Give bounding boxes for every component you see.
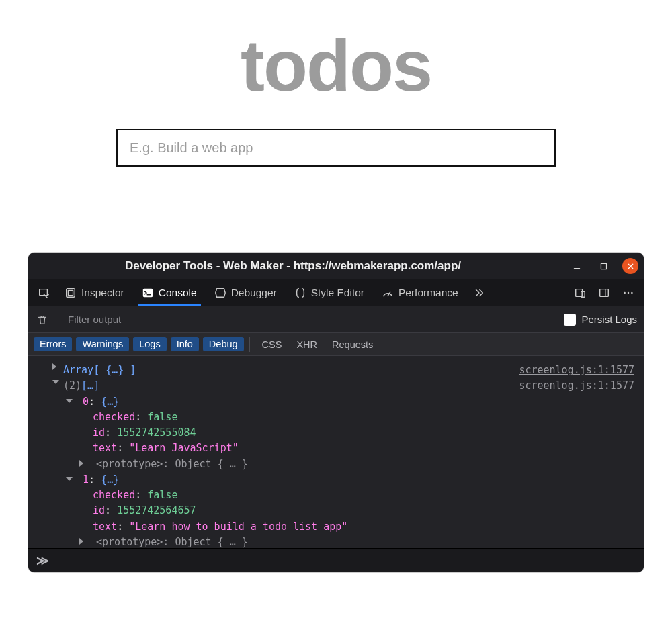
close-button[interactable]: [622, 258, 638, 274]
tab-label: Inspector: [81, 287, 124, 299]
prototype-row[interactable]: <prototype>: Object { … }: [52, 457, 634, 472]
clear-console-button[interactable]: [35, 314, 50, 326]
chip-xhr[interactable]: XHR: [291, 338, 323, 351]
svg-rect-5: [67, 288, 75, 297]
maximize-button[interactable]: [595, 258, 612, 274]
performance-icon: [382, 287, 394, 299]
property-row: checked: false: [52, 410, 634, 425]
property-row: id: 1552742555084: [52, 425, 634, 441]
todo-title: todos: [241, 30, 431, 102]
property-row: id: 1552742564657: [52, 503, 634, 518]
svg-point-15: [624, 291, 626, 294]
filter-input[interactable]: [67, 313, 556, 326]
prop-key: checked: [93, 489, 135, 501]
property-row: text: "Learn how to build a todo list ap…: [52, 519, 634, 535]
index-key: 1: [83, 473, 89, 486]
log-source-link[interactable]: screenlog.js:1:1577: [519, 378, 634, 394]
prop-key: id: [93, 504, 105, 516]
chip-warnings[interactable]: Warnings: [76, 337, 129, 351]
svg-rect-7: [143, 288, 153, 297]
property-row: checked: false: [52, 488, 634, 503]
disclosure-triangle-icon[interactable]: [79, 538, 87, 546]
divider: [58, 312, 58, 328]
property-row: text: "Learn JavaScript": [52, 441, 634, 456]
chip-requests[interactable]: Requests: [327, 338, 378, 351]
prop-value: false: [147, 411, 177, 423]
chevron-double-right-icon: [473, 287, 485, 299]
svg-rect-1: [601, 263, 606, 269]
more-icon: [622, 287, 634, 299]
log-level-bar: Errors Warnings Logs Info Debug CSS XHR …: [28, 333, 644, 356]
prop-key: text: [93, 442, 117, 454]
disclosure-triangle-icon[interactable]: [79, 460, 87, 468]
devtools-window: Developer Tools - Web Maker - https://we…: [28, 253, 644, 572]
tab-debugger[interactable]: Debugger: [206, 279, 285, 306]
console-output: Array [ {…} ] screenlog.js:1:1577 (2) [……: [28, 356, 644, 548]
svg-point-16: [628, 291, 630, 294]
chip-logs[interactable]: Logs: [133, 337, 166, 351]
log-source-link[interactable]: screenlog.js:1:1577: [519, 363, 634, 378]
checkbox-icon: [564, 314, 576, 326]
prototype-label: <prototype>: Object { … }: [96, 458, 248, 470]
inspector-icon: [65, 287, 77, 299]
chip-info[interactable]: Info: [171, 337, 199, 351]
object-entry[interactable]: 1: {…}: [52, 472, 634, 488]
dock-side-button[interactable]: [593, 279, 616, 306]
minimize-button[interactable]: [569, 258, 585, 274]
console-input[interactable]: [55, 554, 636, 568]
element-picker-button[interactable]: [32, 279, 55, 306]
persist-logs-toggle[interactable]: Persist Logs: [564, 314, 637, 326]
console-icon: [142, 287, 154, 299]
index-key: 0: [83, 396, 89, 408]
console-filterbar: Persist Logs: [28, 306, 644, 333]
tab-console[interactable]: Console: [134, 279, 205, 306]
chip-errors[interactable]: Errors: [34, 337, 72, 351]
debugger-icon: [214, 287, 226, 299]
disclosure-triangle-icon[interactable]: [52, 379, 60, 387]
chip-css[interactable]: CSS: [257, 338, 288, 351]
divider: [249, 337, 250, 352]
tab-label: Performance: [398, 287, 458, 299]
svg-point-17: [631, 291, 633, 294]
style-editor-icon: [294, 287, 306, 299]
tab-label: Debugger: [231, 287, 277, 299]
prototype-row[interactable]: <prototype>: Object { … }: [52, 535, 634, 548]
disclosure-triangle-icon[interactable]: [66, 476, 74, 484]
object-entry[interactable]: 0: {…}: [52, 394, 634, 410]
chip-debug[interactable]: Debug: [203, 337, 244, 351]
disclosure-triangle-icon[interactable]: [52, 363, 60, 371]
tab-label: Style Editor: [311, 287, 364, 299]
log-summary-body: [ {…} ]: [93, 363, 136, 378]
tab-performance[interactable]: Performance: [374, 279, 466, 306]
responsive-mode-button[interactable]: [569, 279, 591, 306]
prop-key: checked: [93, 411, 135, 423]
persist-label: Persist Logs: [581, 314, 637, 325]
new-todo-input[interactable]: [116, 129, 556, 167]
log-row[interactable]: (2) […] screenlog.js:1:1577: [52, 378, 634, 394]
dock-side-icon: [598, 287, 610, 299]
svg-rect-6: [68, 290, 73, 295]
prompt-chevron-icon: ≫: [36, 553, 47, 568]
tab-style-editor[interactable]: Style Editor: [286, 279, 372, 306]
svg-marker-9: [215, 288, 224, 297]
todo-app: todos: [0, 0, 672, 167]
tab-inspector[interactable]: Inspector: [56, 279, 132, 306]
overflow-tabs-button[interactable]: [468, 279, 491, 306]
log-row[interactable]: Array [ {…} ] screenlog.js:1:1577: [52, 363, 634, 378]
prop-key: text: [93, 521, 117, 533]
window-title: Developer Tools - Web Maker - https://we…: [28, 259, 558, 273]
prop-value: "Learn JavaScript": [129, 442, 239, 454]
prop-value: 1552742564657: [117, 504, 196, 516]
prototype-label: <prototype>: Object { … }: [96, 536, 248, 548]
disclosure-triangle-icon[interactable]: [66, 398, 74, 406]
log-summary-type: Array: [63, 363, 93, 378]
prop-value: "Learn how to build a todo list app": [129, 521, 347, 533]
devtools-toolbar: Inspector Console Debugger Style Editor …: [28, 279, 644, 306]
prop-value: false: [147, 489, 177, 501]
prop-key: id: [93, 426, 105, 439]
svg-rect-13: [600, 289, 609, 296]
prop-value: 1552742555084: [117, 426, 196, 439]
log-summary-body: […]: [81, 378, 99, 394]
kebab-menu-button[interactable]: [617, 279, 640, 306]
pointer-icon: [38, 287, 50, 299]
